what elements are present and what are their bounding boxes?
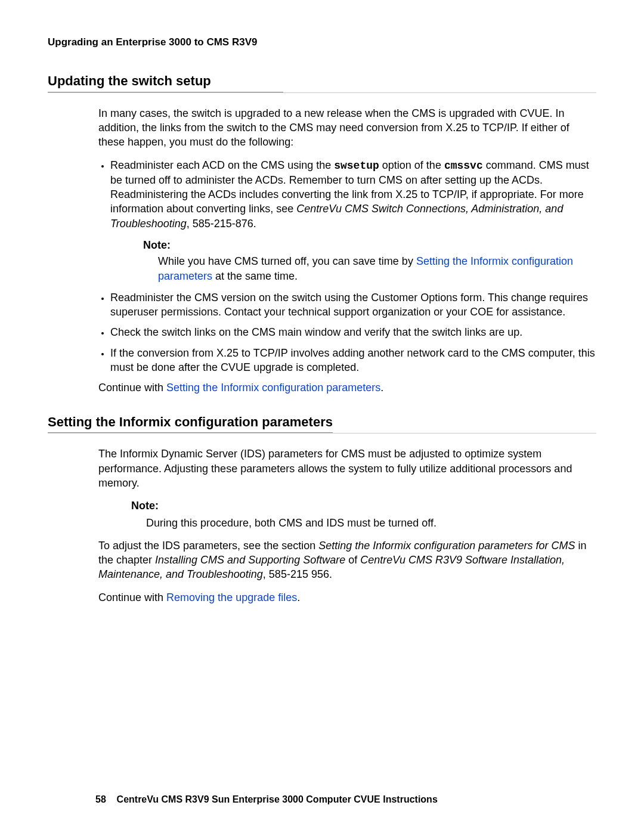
chapter-header: Upgrading an Enterprise 3000 to CMS R3V9 (48, 36, 596, 49)
code-cmssvc: cmssvc (444, 160, 483, 172)
note-text: While you have CMS turned off, you can s… (158, 254, 596, 283)
continue-1: Continue with Setting the Informix confi… (98, 380, 596, 395)
note-label: Note: (143, 238, 596, 252)
bullet-item-3: Check the switch links on the CMS main w… (110, 325, 596, 339)
bullet-item-4: If the conversion from X.25 to TCP/IP in… (110, 346, 596, 375)
section-heading-2: Setting the Informix configuration param… (48, 413, 333, 433)
t: While you have CMS turned off, you can s… (158, 255, 416, 267)
section2-intro: The Informix Dynamic Server (IDS) parame… (98, 447, 596, 490)
doc-section-title: Setting the Informix configuration param… (318, 540, 575, 552)
t: Continue with (98, 592, 166, 603)
bullet-item-2: Readminister the CMS version on the swit… (110, 290, 596, 320)
t: of (345, 554, 360, 566)
t: , 585-215-876. (187, 218, 256, 230)
t: . (297, 592, 300, 603)
t: , 585-215 956. (263, 568, 332, 580)
t: at the same time. (212, 270, 298, 282)
link-removing-files[interactable]: Removing the upgrade files (166, 592, 297, 603)
footer-title: CentreVu CMS R3V9 Sun Enterprise 3000 Co… (117, 794, 438, 804)
section2-para: To adjust the IDS parameters, see the se… (98, 538, 596, 582)
page-number: 58 (95, 794, 106, 804)
note-label-2: Note: (131, 498, 596, 513)
continue-2: Continue with Removing the upgrade files… (98, 590, 596, 605)
code-swsetup: swsetup (334, 160, 379, 172)
bullet-item-1: Readminister each ACD on the CMS using t… (110, 158, 596, 283)
t: Continue with (98, 382, 166, 394)
section1-intro: In many cases, the switch is upgraded to… (98, 106, 596, 150)
t: Readminister each ACD on the CMS using t… (110, 159, 334, 171)
t: . (380, 382, 383, 394)
note-text-2: During this procedure, both CMS and IDS … (146, 516, 596, 530)
t: option of the (379, 159, 444, 171)
link-informix-params-2[interactable]: Setting the Informix configuration param… (166, 382, 380, 394)
page-footer: 58 CentreVu CMS R3V9 Sun Enterprise 3000… (95, 793, 438, 806)
section-heading-1: Updating the switch setup (48, 72, 283, 92)
t: To adjust the IDS parameters, see the se… (98, 540, 318, 552)
chapter-title: Installing CMS and Supporting Software (155, 554, 345, 566)
